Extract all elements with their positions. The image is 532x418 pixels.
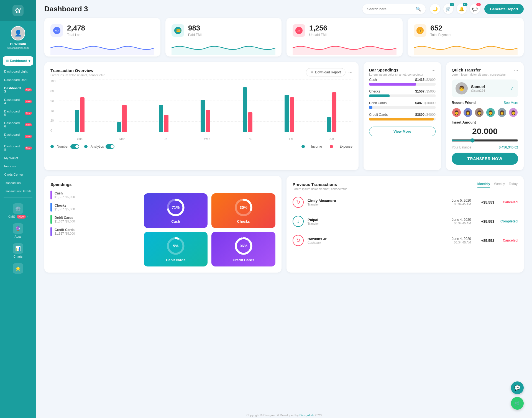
spendings-title: Spendings <box>50 182 275 187</box>
transfer-now-btn[interactable]: TRANSFER NOW <box>452 153 518 165</box>
sidebar-item-dashboard-light[interactable]: Dashboard Light <box>0 67 36 76</box>
topbar: Dashboard 3 🔍 🌙 🛒 2 🔔 12 💬 5 Generate Re… <box>36 0 532 18</box>
sidebar-item-transaction[interactable]: Transaction <box>0 179 36 187</box>
total-payment-label: Total Payment <box>430 33 451 37</box>
sidebar-item-dashboard5[interactable]: Dashboard 5 New <box>0 107 36 119</box>
sidebar-badge-dashboard3: New <box>25 88 32 91</box>
bar-red <box>206 110 210 132</box>
bar-teal <box>285 95 289 132</box>
spending-item: Cash $1,567 /$5,000 <box>50 191 138 199</box>
charts-icon: 📊 <box>13 243 23 254</box>
user-name: Hi,William <box>10 42 26 46</box>
number-toggle[interactable] <box>70 144 79 149</box>
bar-red <box>332 92 336 132</box>
bar-teal <box>327 117 331 132</box>
generate-report-btn[interactable]: Generate Report <box>484 4 524 14</box>
middle-row: Transaction Overview Lorem ipsum dolor s… <box>44 62 524 170</box>
notifications-btn[interactable]: 🔔 12 <box>457 4 467 14</box>
transfer-amount: 20.000 <box>452 127 518 136</box>
sidebar-item-dashboard-dark[interactable]: Dashboard Dark <box>0 76 36 84</box>
sidebar-section-apps[interactable]: 🔮 Apps <box>0 220 36 240</box>
sidebar-item-dashboard7[interactable]: Dashboard 7 New <box>0 130 36 142</box>
paid-emi-label: Paid EMI <box>188 33 202 37</box>
sidebar-item-wallet[interactable]: My Wallet <box>0 154 36 162</box>
stat-card-unpaid-emi: ⚠ 1,256 Unpaid EMI <box>287 18 403 57</box>
chart-y-labels: 100 80 60 40 20 0 <box>50 80 55 132</box>
search-input[interactable] <box>367 7 413 11</box>
unpaid-emi-label: Unpaid EMI <box>309 33 327 37</box>
bar-red <box>290 97 294 132</box>
sidebar-item-dashboard8[interactable]: Dashboard 8 New <box>0 142 36 154</box>
sidebar-logo <box>0 0 36 21</box>
bar-teal <box>243 87 247 132</box>
sidebar-item-invoices[interactable]: Invoices <box>0 162 36 170</box>
analytics-toggle[interactable] <box>106 144 114 149</box>
friend-avatar-5[interactable]: 👩 <box>497 107 507 117</box>
spending-row: Cash $1415 /$2000 <box>369 78 436 86</box>
svg-text:💰: 💰 <box>418 28 423 33</box>
table-row: ↻ Hawkins Jr. Cashback June 4, 2020 05:3… <box>293 231 518 250</box>
sidebar-item-cards[interactable]: Cards Center <box>0 170 36 179</box>
recent-friend-label: Recent Friend <box>452 101 476 105</box>
quick-transfer-more[interactable]: ··· <box>514 68 518 73</box>
svg-text:⚠: ⚠ <box>297 29 301 33</box>
spendings-card: Spendings Cash $1,567 /$5,000 Checks $1,… <box>44 176 282 273</box>
sidebar-profile: 👤 Hi,William william@gmail.com <box>0 21 36 52</box>
sidebar-item-dashboard4[interactable]: Dashboard 4 New <box>0 96 36 107</box>
transaction-overview-title: Transaction Overview <box>50 68 105 73</box>
qt-user-name: Samuel <box>471 84 485 89</box>
sidebar-badge-dashboard6: New <box>25 123 32 126</box>
theme-toggle-btn[interactable]: 🌙 <box>430 4 440 14</box>
svg-text:🏷: 🏷 <box>55 29 59 33</box>
friend-avatar-2[interactable]: 👩 <box>463 107 473 117</box>
sidebar-item-transaction-details[interactable]: Transaction Details <box>0 187 36 195</box>
tab-monthly[interactable]: Monthly <box>477 182 490 188</box>
friend-avatar-6[interactable]: 👩 <box>508 107 518 117</box>
spending-row: Credit Cards $3890 /$4000 <box>369 113 436 120</box>
cart-btn[interactable]: 🛒 2 <box>443 4 453 14</box>
more-options-btn[interactable]: ··· <box>348 70 352 75</box>
qt-user-card: 👨 Samuel @sam224 ✓ <box>452 80 518 97</box>
sidebar-section-cms[interactable]: ⚙️ CMS New › <box>0 200 36 220</box>
sidebar-badge-dashboard7: New <box>25 135 32 138</box>
sidebar-item-dashboard6[interactable]: Dashboard 6 New <box>0 119 36 130</box>
stat-card-total-loan: 🏷 2,478 Total Loan <box>44 18 160 57</box>
friend-avatar-3[interactable]: 👩 <box>474 107 484 117</box>
bar-group <box>75 97 85 132</box>
dashboard-toggle-btn[interactable]: ⊞ Dashboard ▾ <box>3 56 33 66</box>
tab-today[interactable]: Today <box>509 182 518 188</box>
sidebar-badge-dashboard5: New <box>25 112 32 115</box>
sidebar-item-dashboard3[interactable]: Dashboard 3 New <box>0 84 36 96</box>
amount-slider[interactable] <box>452 138 518 143</box>
table-row: ↓ Paipal Transfer June 4, 2020 05:34:45 … <box>293 212 518 231</box>
download-report-btn[interactable]: ⬇ Download Report <box>306 68 346 76</box>
fab-cart[interactable]: 🛒 <box>511 397 524 410</box>
svg-text:💳: 💳 <box>176 28 181 33</box>
spending-row: Checks $1567 /$5000 <box>369 89 436 97</box>
footer-brand-link[interactable]: DexignLab <box>300 414 314 417</box>
spending-item: Credit Cards $1,567 /$5,000 <box>50 227 138 236</box>
paid-emi-value: 983 <box>188 24 202 32</box>
friend-avatar-4[interactable]: 👩 <box>486 107 495 117</box>
bar-spendings-more[interactable]: ··· <box>431 68 436 73</box>
chat-badge: 5 <box>476 3 481 6</box>
view-more-btn[interactable]: View More <box>369 127 436 136</box>
sidebar-section-favorites[interactable]: ⭐ <box>0 260 36 275</box>
unpaid-emi-icon: ⚠ <box>293 24 305 37</box>
sidebar-section-charts[interactable]: 📊 Charts <box>0 240 36 260</box>
tab-weekly[interactable]: Weekly <box>494 182 505 188</box>
fab-area: 💬 🛒 <box>511 381 524 410</box>
balance-value: $ 456,345.62 <box>499 145 518 149</box>
topbar-icons: 🌙 🛒 2 🔔 12 💬 5 <box>430 4 480 14</box>
friend-avatar-1[interactable]: 👩 <box>452 107 461 117</box>
prev-transactions-title: Previous Transactions <box>293 182 347 187</box>
messages-btn[interactable]: 💬 5 <box>470 4 480 14</box>
spending-donut: 30% Checks <box>211 193 275 228</box>
bar-spendings-title: Bar Spendings <box>369 68 423 72</box>
stat-card-paid-emi: 💳 983 Paid EMI <box>165 18 282 57</box>
see-more-btn[interactable]: See More <box>504 101 518 105</box>
svg-rect-0 <box>12 5 24 16</box>
transaction-icon: ↓ <box>293 216 304 227</box>
fab-support[interactable]: 💬 <box>511 381 524 394</box>
main-content: Dashboard 3 🔍 🌙 🛒 2 🔔 12 💬 5 Generate Re… <box>36 0 532 418</box>
